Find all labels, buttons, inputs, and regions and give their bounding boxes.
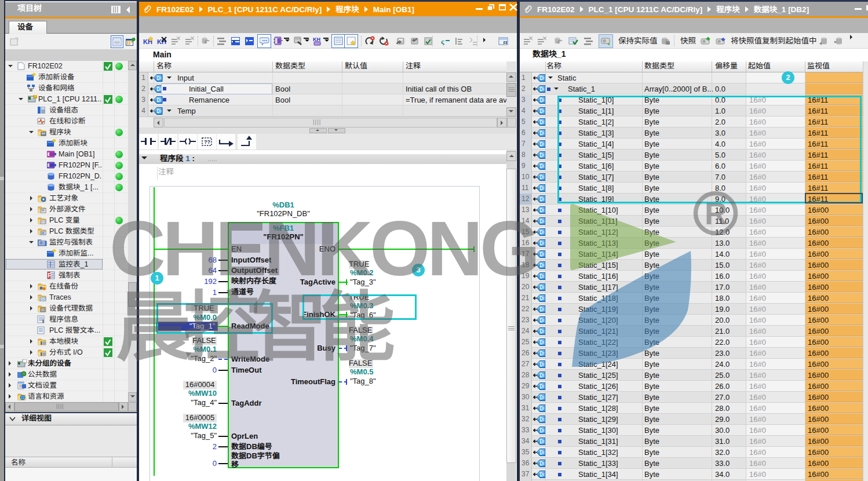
svg-text:ς: ς [441,37,444,46]
svg-text:i: i [42,318,44,323]
svg-text:??: ?? [204,139,210,145]
svg-text:F: F [48,272,52,279]
